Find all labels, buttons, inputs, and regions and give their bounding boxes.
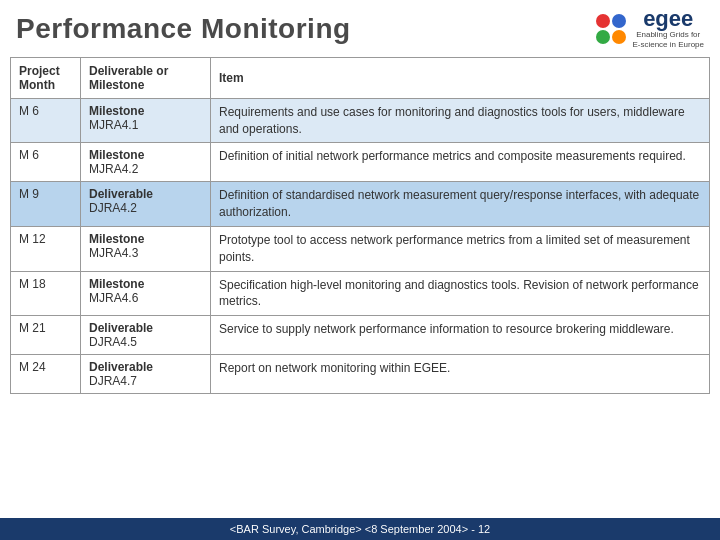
col-deliverable: Deliverable or Milestone (81, 57, 211, 98)
cell-type: DeliverableDJRA4.5 (81, 316, 211, 355)
logo-dots (596, 14, 626, 44)
egee-logo: egee Enabling Grids for E-science in Eur… (596, 8, 704, 51)
egee-tagline1: Enabling Grids for (636, 30, 700, 40)
footer-text: <BAR Survey, Cambridge> <8 September 200… (230, 523, 490, 535)
cell-item: Definition of standardised network measu… (211, 182, 710, 227)
cell-item: Service to supply network performance in… (211, 316, 710, 355)
cell-type: MilestoneMJRA4.1 (81, 98, 211, 143)
cell-item: Report on network monitoring within EGEE… (211, 355, 710, 394)
dot-orange (612, 30, 626, 44)
cell-type: DeliverableDJRA4.7 (81, 355, 211, 394)
table-row: M 21DeliverableDJRA4.5Service to supply … (11, 316, 710, 355)
cell-type: MilestoneMJRA4.6 (81, 271, 211, 316)
cell-type: DeliverableDJRA4.2 (81, 182, 211, 227)
egee-brand-name: egee (643, 8, 693, 30)
dot-blue (612, 14, 626, 28)
col-month: Project Month (11, 57, 81, 98)
table-row: M 24DeliverableDJRA4.7Report on network … (11, 355, 710, 394)
table-row: M 18MilestoneMJRA4.6Specification high-l… (11, 271, 710, 316)
table-header-row: Project Month Deliverable or Milestone I… (11, 57, 710, 98)
footer: <BAR Survey, Cambridge> <8 September 200… (0, 518, 720, 540)
cell-item: Definition of initial network performanc… (211, 143, 710, 182)
cell-month: M 21 (11, 316, 81, 355)
page-title: Performance Monitoring (16, 13, 351, 45)
cell-item: Requirements and use cases for monitorin… (211, 98, 710, 143)
cell-month: M 6 (11, 98, 81, 143)
cell-month: M 18 (11, 271, 81, 316)
cell-item: Prototype tool to access network perform… (211, 226, 710, 271)
brand-block: egee Enabling Grids for E-science in Eur… (596, 8, 704, 51)
table-row: M 12MilestoneMJRA4.3Prototype tool to ac… (11, 226, 710, 271)
cell-type: MilestoneMJRA4.3 (81, 226, 211, 271)
col-item: Item (211, 57, 710, 98)
cell-month: M 6 (11, 143, 81, 182)
performance-table: Project Month Deliverable or Milestone I… (10, 57, 710, 394)
cell-item: Specification high-level monitoring and … (211, 271, 710, 316)
egee-tagline2: E-science in Europe (632, 40, 704, 50)
dot-green (596, 30, 610, 44)
dot-red (596, 14, 610, 28)
table-row: M 9DeliverableDJRA4.2Definition of stand… (11, 182, 710, 227)
egee-text: egee Enabling Grids for E-science in Eur… (632, 8, 704, 51)
cell-month: M 12 (11, 226, 81, 271)
header: Performance Monitoring egee Enabling Gri… (0, 0, 720, 57)
cell-type: MilestoneMJRA4.2 (81, 143, 211, 182)
cell-month: M 9 (11, 182, 81, 227)
table-wrapper: Project Month Deliverable or Milestone I… (0, 57, 720, 394)
table-row: M 6MilestoneMJRA4.1Requirements and use … (11, 98, 710, 143)
cell-month: M 24 (11, 355, 81, 394)
table-row: M 6MilestoneMJRA4.2Definition of initial… (11, 143, 710, 182)
